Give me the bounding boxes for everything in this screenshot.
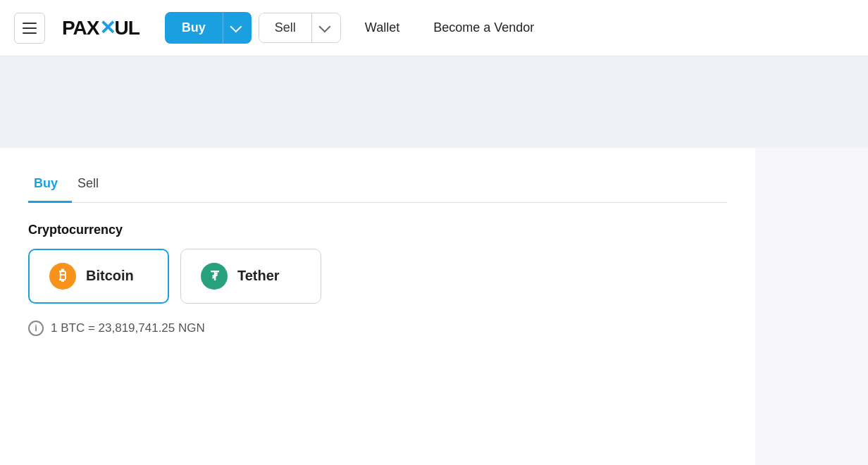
hamburger-button[interactable] — [14, 13, 45, 44]
sell-main-button[interactable]: Sell — [259, 13, 312, 42]
section-label: Cryptocurrency — [28, 223, 727, 237]
bitcoin-label: Bitcoin — [86, 268, 134, 284]
rate-text: 1 BTC = 23,819,741.25 NGN — [51, 321, 205, 335]
bitcoin-card[interactable]: ₿ Bitcoin — [28, 249, 169, 304]
hamburger-line-3 — [23, 32, 37, 34]
wallet-link[interactable]: Wallet — [355, 13, 409, 42]
bitcoin-icon: ₿ — [49, 263, 76, 290]
hero-banner — [0, 56, 868, 148]
tether-icon: ₮ — [201, 263, 228, 290]
info-icon: i — [28, 321, 44, 336]
crypto-card-group: ₿ Bitcoin ₮ Tether — [28, 249, 727, 304]
main-content: Buy Sell Cryptocurrency ₿ Bitcoin ₮ Teth… — [0, 148, 755, 430]
hamburger-line-2 — [23, 27, 37, 29]
logo-x: ✕ — [99, 17, 115, 39]
sell-dropdown-button[interactable] — [312, 13, 340, 42]
tab-bar: Buy Sell — [28, 169, 727, 203]
rate-info: i 1 BTC = 23,819,741.25 NGN — [28, 321, 727, 336]
sell-button-group: Sell — [259, 13, 341, 43]
tether-label: Tether — [237, 268, 280, 284]
buy-dropdown-button[interactable] — [223, 12, 252, 44]
hamburger-line-1 — [23, 23, 37, 24]
main-panel: Buy Sell Cryptocurrency ₿ Bitcoin ₮ Teth… — [0, 148, 755, 465]
tab-sell[interactable]: Sell — [72, 169, 113, 203]
buy-button-group: Buy — [165, 12, 252, 44]
tether-card[interactable]: ₮ Tether — [180, 249, 321, 304]
logo: PAX✕UL — [62, 16, 140, 39]
page-layout: Buy Sell Cryptocurrency ₿ Bitcoin ₮ Teth… — [0, 148, 868, 465]
nav-actions: Buy Sell — [165, 12, 341, 44]
buy-main-button[interactable]: Buy — [165, 12, 223, 44]
tab-buy[interactable]: Buy — [28, 169, 72, 203]
vendor-link[interactable]: Become a Vendor — [423, 13, 544, 42]
right-panel — [755, 148, 868, 465]
navbar: PAX✕UL Buy Sell Wallet Become a Vendor — [0, 0, 868, 56]
